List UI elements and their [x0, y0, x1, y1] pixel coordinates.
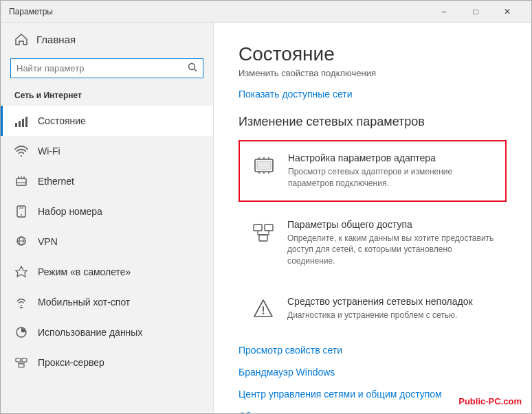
sidebar-item-vpn-label: VPN — [38, 236, 58, 247]
svg-point-12 — [21, 214, 22, 216]
sidebar-item-hotspot[interactable]: Мобильный хот-спот — [1, 287, 213, 317]
svg-rect-34 — [254, 225, 262, 231]
sidebar-item-wifi-label: Wi-Fi — [38, 146, 60, 157]
proxy-icon — [14, 356, 28, 369]
sidebar-item-hotspot-label: Мобильный хот-спот — [38, 297, 130, 308]
sidebar-item-datausage-label: Использование данных — [38, 327, 142, 338]
sidebar-item-ethernet[interactable]: Ethernet — [1, 166, 213, 196]
sidebar-item-airplane[interactable]: Режим «в самолете» — [1, 257, 213, 287]
sharing-text: Параметры общего доступа Определите, к к… — [287, 219, 495, 267]
vpn-icon — [14, 235, 28, 249]
svg-rect-5 — [25, 117, 27, 127]
sidebar-item-dialup[interactable]: Набор номера — [1, 196, 213, 227]
adapter-text: Настройка параметров адаптера Просмотр с… — [288, 152, 494, 189]
airplane-icon — [14, 265, 28, 279]
watermark: Public-PC.com — [458, 396, 522, 406]
svg-rect-3 — [19, 121, 21, 127]
main-content: Состояние Изменить свойства подключения … — [214, 23, 531, 413]
svg-rect-20 — [22, 358, 27, 362]
hotspot-icon — [14, 295, 28, 309]
svg-point-42 — [263, 312, 264, 314]
svg-rect-2 — [15, 123, 17, 127]
sidebar-item-status[interactable]: Состояние — [1, 106, 213, 136]
svg-rect-27 — [257, 161, 271, 170]
svg-rect-17 — [20, 307, 23, 308]
sidebar-home-button[interactable]: Главная — [1, 23, 213, 56]
svg-rect-35 — [265, 225, 273, 231]
page-title: Состояние — [239, 43, 507, 65]
sidebar: Главная Сеть и Интернет — [1, 23, 214, 413]
home-icon — [14, 32, 28, 46]
maximize-button[interactable]: □ — [460, 1, 491, 23]
troubleshoot-desc: Диагностика и устранение проблем с сетью… — [287, 310, 495, 321]
troubleshoot-text: Средство устранения сетевых неполадок Ди… — [287, 296, 495, 321]
troubleshoot-title: Средство устранения сетевых неполадок — [287, 296, 495, 307]
sidebar-item-wifi[interactable]: Wi-Fi — [1, 136, 213, 166]
view-properties-link[interactable]: Просмотр свойств сети — [239, 339, 507, 361]
troubleshoot-item[interactable]: Средство устранения сетевых неполадок Ди… — [239, 284, 507, 334]
svg-line-1 — [195, 69, 197, 72]
sidebar-item-ethernet-label: Ethernet — [38, 176, 74, 187]
svg-rect-36 — [259, 235, 267, 241]
minimize-button[interactable]: – — [428, 1, 460, 23]
svg-point-0 — [189, 64, 195, 70]
window-controls: – □ ✕ — [428, 1, 523, 23]
change-settings-heading: Изменение сетевых параметров — [239, 115, 507, 129]
sidebar-item-vpn[interactable]: VPN — [1, 227, 213, 257]
svg-rect-19 — [16, 358, 21, 362]
sidebar-item-proxy[interactable]: Прокси-сервер — [1, 347, 213, 378]
adapter-desc: Просмотр сетевых адаптеров и изменение п… — [288, 166, 494, 189]
status-icon — [14, 114, 28, 128]
sidebar-item-airplane-label: Режим «в самолете» — [38, 266, 131, 277]
sidebar-item-proxy-label: Прокси-сервер — [38, 357, 104, 368]
adapter-title: Настройка параметров адаптера — [288, 152, 494, 163]
sharing-settings-item[interactable]: Параметры общего доступа Определите, к к… — [239, 207, 507, 279]
sharing-title: Параметры общего доступа — [287, 219, 495, 230]
search-icon — [188, 62, 197, 74]
sidebar-item-datausage[interactable]: Использование данных — [1, 317, 213, 347]
sharing-icon — [250, 219, 276, 245]
troubleshoot-icon — [250, 296, 276, 322]
show-networks-link[interactable]: Показать доступные сети — [239, 89, 353, 100]
datausage-icon — [14, 325, 28, 339]
sidebar-item-dialup-label: Набор номера — [38, 206, 102, 217]
search-container — [10, 58, 203, 78]
dialup-icon — [14, 205, 28, 218]
sharing-desc: Определите, к каким данным вы хотите пре… — [287, 233, 495, 267]
ethernet-icon — [14, 174, 28, 188]
svg-rect-4 — [22, 119, 24, 127]
svg-rect-6 — [16, 179, 26, 185]
wifi-icon — [14, 144, 28, 158]
adapter-settings-item[interactable]: Настройка параметров адаптера Просмотр с… — [239, 140, 507, 202]
sidebar-section-title: Сеть и Интернет — [1, 87, 213, 106]
search-input[interactable] — [16, 63, 184, 73]
adapter-icon — [251, 152, 277, 179]
sidebar-item-status-label: Состояние — [38, 115, 86, 126]
window-title: Параметры — [9, 7, 53, 16]
close-button[interactable]: ✕ — [491, 1, 523, 23]
page-subtitle: Изменить свойства подключения — [239, 68, 507, 78]
sidebar-home-label: Главная — [36, 34, 76, 45]
firewall-link[interactable]: Брандмауэр Windows — [239, 361, 507, 383]
svg-rect-21 — [19, 364, 24, 367]
